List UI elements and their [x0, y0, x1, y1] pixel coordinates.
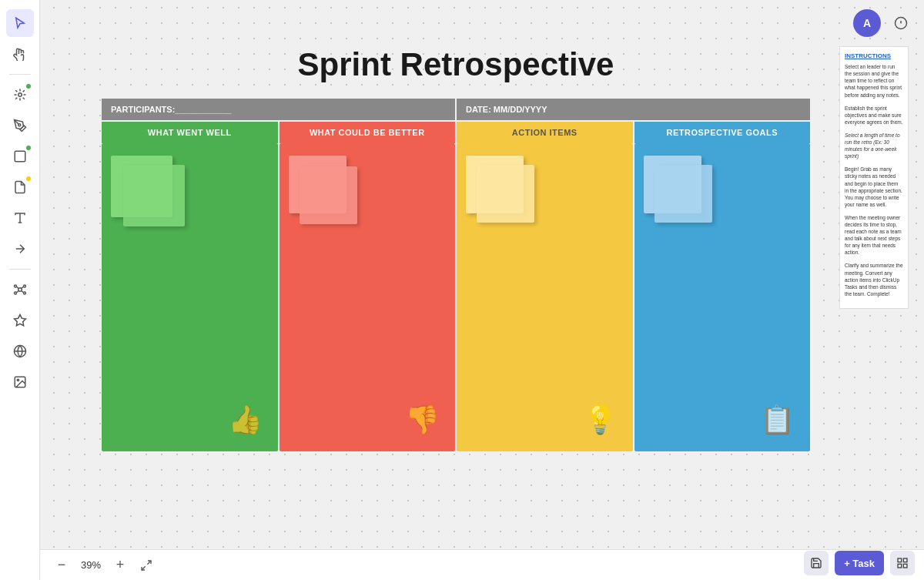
- apps-button[interactable]: [890, 551, 915, 575]
- svg-point-1: [18, 124, 20, 126]
- col-header-action-items: ACTION ITEMS: [457, 122, 633, 143]
- svg-point-8: [23, 285, 25, 287]
- zoom-in-button[interactable]: +: [111, 556, 129, 575]
- ai-tool[interactable]: [6, 307, 34, 334]
- image-tool[interactable]: [6, 368, 34, 396]
- instruction-step-2: Establish the sprint objectives and make…: [845, 105, 903, 126]
- lightbulb-icon: 💡: [583, 404, 618, 436]
- svg-rect-25: [898, 558, 902, 562]
- col-header-went-well: WHAT WENT WELL: [102, 122, 278, 143]
- instruction-step-6: Clarify and summarize the meeting. Conve…: [845, 262, 903, 297]
- rectangle-tool[interactable]: [6, 142, 34, 170]
- sticky-note-tool[interactable]: [6, 173, 34, 201]
- header-row: PARTICIPANTS:____________ DATE: MM/DD/YY…: [102, 99, 810, 120]
- pen-tool[interactable]: [6, 112, 34, 139]
- date-field[interactable]: DATE: MM/DD/YYYY: [457, 99, 810, 120]
- columns-header: WHAT WENT WELL WHAT COULD BE BETTER ACTI…: [102, 122, 810, 143]
- svg-rect-2: [15, 151, 25, 162]
- divider-2: [9, 269, 31, 270]
- col-header-could-be-better: WHAT COULD BE BETTER: [280, 122, 456, 143]
- avatar[interactable]: A: [853, 9, 881, 37]
- col-body-retro-goals[interactable]: 📋: [634, 143, 811, 451]
- info-button[interactable]: [887, 9, 915, 37]
- svg-line-23: [147, 561, 151, 565]
- cursor-tool[interactable]: [6, 9, 34, 37]
- bottom-right-actions: + Task: [804, 551, 915, 575]
- svg-point-10: [23, 292, 25, 294]
- sticky-note-red-2[interactable]: [300, 166, 357, 224]
- instructions-panel: INSTRUCTIONS Select an leader to run the…: [839, 46, 909, 309]
- instruction-step-4: Begin! Grab as many sticky notes as need…: [845, 166, 903, 208]
- divider-1: [9, 74, 31, 75]
- svg-line-12: [21, 287, 23, 288]
- mind-map-tool[interactable]: [6, 276, 34, 303]
- col-body-went-well[interactable]: 👍: [102, 143, 278, 451]
- svg-line-13: [16, 291, 18, 293]
- text-tool[interactable]: [6, 204, 34, 232]
- save-button[interactable]: [804, 551, 829, 575]
- left-toolbar: [0, 0, 40, 580]
- thumbs-down-icon: 👎: [405, 404, 440, 436]
- svg-marker-15: [14, 315, 25, 326]
- participants-field[interactable]: PARTICIPANTS:____________: [102, 99, 455, 120]
- svg-point-0: [18, 93, 22, 97]
- svg-point-19: [17, 379, 18, 381]
- board: Sprint Retrospective PARTICIPANTS:______…: [102, 46, 810, 451]
- svg-point-7: [14, 285, 16, 287]
- svg-point-9: [14, 292, 16, 294]
- thumbs-up-icon: 👍: [228, 404, 263, 436]
- fit-to-screen-button[interactable]: [136, 556, 157, 575]
- svg-rect-28: [898, 564, 902, 568]
- columns-body: 👍 👎 💡 📋: [102, 143, 810, 451]
- instruction-step-3: Select a length of time to run the retro…: [845, 132, 903, 159]
- sticky-note-green-2[interactable]: [123, 165, 185, 226]
- instructions-title: INSTRUCTIONS: [845, 52, 903, 60]
- svg-line-24: [142, 566, 146, 570]
- bottom-toolbar: − 39% +: [40, 549, 924, 580]
- shapes-tool[interactable]: [6, 81, 34, 109]
- top-right-controls: A: [853, 9, 915, 37]
- clipboard-icon: 📋: [760, 404, 795, 436]
- zoom-out-button[interactable]: −: [52, 556, 71, 575]
- svg-line-11: [16, 287, 18, 288]
- sticky-note-yellow-2[interactable]: [477, 165, 534, 223]
- svg-rect-27: [903, 564, 907, 568]
- svg-rect-26: [903, 558, 907, 562]
- zoom-level: 39%: [77, 559, 105, 571]
- globe-tool[interactable]: [6, 337, 34, 365]
- svg-line-14: [21, 291, 23, 293]
- sticky-note-blue-2[interactable]: [654, 165, 712, 223]
- hand-tool[interactable]: [6, 40, 34, 68]
- canvas: Sprint Retrospective PARTICIPANTS:______…: [40, 0, 924, 549]
- col-header-retro-goals: RETROSPECTIVE GOALS: [634, 122, 811, 143]
- instruction-step-1: Select an leader to run the session and …: [845, 63, 903, 98]
- col-body-action-items[interactable]: 💡: [457, 143, 633, 451]
- instruction-step-5: When the meeting owner decides its time …: [845, 214, 903, 256]
- col-body-could-be-better[interactable]: 👎: [280, 143, 456, 451]
- line-tool[interactable]: [6, 235, 34, 263]
- board-title: Sprint Retrospective: [102, 46, 810, 83]
- add-task-button[interactable]: + Task: [835, 551, 884, 575]
